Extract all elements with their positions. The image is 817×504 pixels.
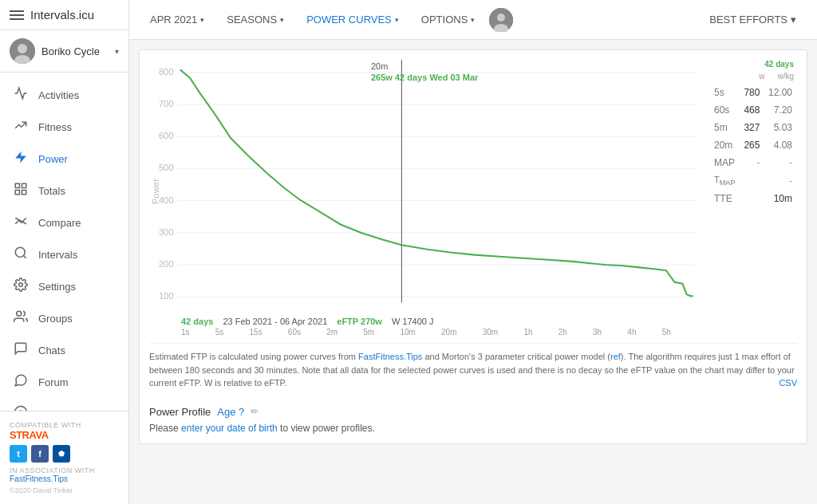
x-label-2m: 2m [326,328,337,337]
x-label-30m: 30m [483,328,498,337]
sidebar-item-intervals[interactable]: Intervals [0,238,128,270]
svg-rect-5 [22,183,26,187]
content-area: 20m 265w 42 days Wed 03 Mar 800 700 600 … [129,40,817,504]
stat-wkg-20m: 4.08 [764,137,795,153]
sidebar-footer: COMPATIBLE WITH STRAVA t f ⬟ IN ASSOCIAT… [0,411,128,504]
table-row: 20m 265 4.08 [711,137,795,153]
fitness-icon [13,118,29,136]
sidebar-item-fitness[interactable]: Fitness [0,111,128,143]
copyright-label: ©2020 David Tinker [10,486,119,494]
svg-text:500: 500 [159,163,174,172]
x-label-1s: 1s [181,328,190,337]
facebook-icon[interactable]: f [31,445,49,463]
stat-wkg-tmap: - [764,172,795,189]
strava-logo: STRAVA [10,429,119,441]
power-icon [13,150,29,167]
csv-link[interactable]: CSV [779,376,797,390]
chart-container: 20m 265w 42 days Wed 03 Mar 800 700 600 … [149,60,797,337]
sidebar-item-compare[interactable]: Compare [0,207,128,238]
intervals-icon [13,246,29,263]
svg-point-1 [18,44,27,53]
association-label: IN ASSOCIATION WITH [10,467,119,474]
svg-rect-6 [22,191,26,195]
hamburger-icon[interactable] [10,10,24,20]
stat-label-map: MAP [711,155,739,171]
chart-right-panel: 42 days w w/kg 5s 780 12.00 60s [709,60,797,337]
stat-w-tmap [740,172,763,189]
sidebar-item-about[interactable]: About [0,398,128,411]
stat-wkg-60s: 7.20 [764,102,795,118]
user-row[interactable]: Boriko Cycle ▾ [0,30,128,73]
svg-rect-7 [15,191,19,195]
x-label-4h: 4h [627,328,636,337]
stat-label-5s: 5s [711,85,739,100]
svg-text:800: 800 [159,67,174,77]
sidebar-item-activities[interactable]: Activities [0,79,128,111]
compare-icon [13,214,29,231]
stats-table: 5s 780 12.00 60s 468 7.20 5m 327 5.0 [709,83,797,208]
sidebar-item-groups[interactable]: Groups [0,302,128,334]
sidebar-item-totals[interactable]: Totals [0,175,128,207]
date-chevron-icon: ▾ [200,16,204,24]
chart-left: 20m 265w 42 days Wed 03 Mar 800 700 600 … [149,60,703,337]
power-curves-card: 20m 265w 42 days Wed 03 Mar 800 700 600 … [139,49,807,444]
table-row: 5s 780 12.00 [711,85,795,100]
table-row: MAP - - [711,155,795,171]
stat-w-60s: 468 [740,102,763,118]
seasons-button[interactable]: SEASONS ▾ [219,9,292,30]
power-curves-button[interactable]: POWER CURVES ▾ [298,9,407,30]
ref-link[interactable]: ref [610,352,621,361]
table-row: TTE 10m [711,191,795,207]
svg-point-11 [19,283,23,287]
chart-info-bar: 42 days 23 Feb 2021 - 06 Apr 2021 eFTP 2… [149,317,703,326]
x-label-10m: 10m [400,328,415,337]
date-button[interactable]: APR 2021 ▾ [142,9,212,30]
sidebar-header: Intervals.icu [0,0,128,30]
svg-line-10 [23,255,26,258]
sidebar-item-forum[interactable]: Forum [0,366,128,398]
profile-avatar[interactable] [489,8,513,32]
eftp-value: eFTP 270w [337,317,382,326]
power-profile-row: Power Profile Age ? ✏ [149,406,797,418]
svg-point-17 [497,14,505,22]
sidebar-item-power[interactable]: Power [0,143,128,175]
stat-w-map: - [740,155,763,171]
best-efforts-chevron-icon: ▾ [791,14,796,26]
sidebar: Intervals.icu Boriko Cycle ▾ Activities … [0,0,129,504]
options-button[interactable]: OPTIONS ▾ [413,9,483,30]
age-link[interactable]: Age ? [217,406,244,418]
stat-w-5s: 780 [740,85,763,100]
date-range: 23 Feb 2021 - 06 Apr 2021 [223,317,327,326]
profile-desc1: Please [149,423,181,434]
stat-wkg-5m: 5.03 [764,120,795,136]
x-label-2h: 2h [558,328,567,337]
user-name: Boriko Cycle [41,45,109,57]
x-label-5h: 5h [662,328,671,337]
avatar [10,38,35,64]
svg-text:300: 300 [159,227,174,237]
sidebar-item-chats[interactable]: Chats [0,334,128,366]
fastfitness-link[interactable]: FastFitness.Tips [358,352,422,361]
twitter-icon[interactable]: t [10,445,27,463]
main-content: APR 2021 ▾ SEASONS ▾ POWER CURVES ▾ OPTI… [129,0,817,504]
power-profile-label: Power Profile [149,406,211,418]
dob-link[interactable]: enter your date of birth [181,423,278,434]
garmin-icon[interactable]: ⬟ [53,445,70,463]
settings-icon [13,278,29,295]
x-label-20m: 20m [441,328,456,337]
svg-text:200: 200 [159,259,174,269]
power-curves-chevron-icon: ▾ [395,16,399,24]
activities-icon [13,86,29,104]
table-row: 60s 468 7.20 [711,102,795,118]
stat-wkg-5s: 12.00 [764,85,795,100]
brand-name: Intervals.icu [30,8,94,22]
svg-point-12 [17,311,22,316]
edit-icon[interactable]: ✏ [251,406,259,417]
sidebar-item-settings[interactable]: Settings [0,270,128,302]
svg-text:100: 100 [159,291,174,301]
fastfitness-link[interactable]: FastFitness.Tips [10,474,119,483]
chart-x-axis: 1s 5s 15s 60s 2m 5m 10m 20m 30m 1h 2h 3h… [149,326,703,337]
days-label: 42 days [181,317,213,326]
svg-point-9 [15,247,25,257]
best-efforts-button[interactable]: BEST EFFORTS ▾ [701,9,804,30]
